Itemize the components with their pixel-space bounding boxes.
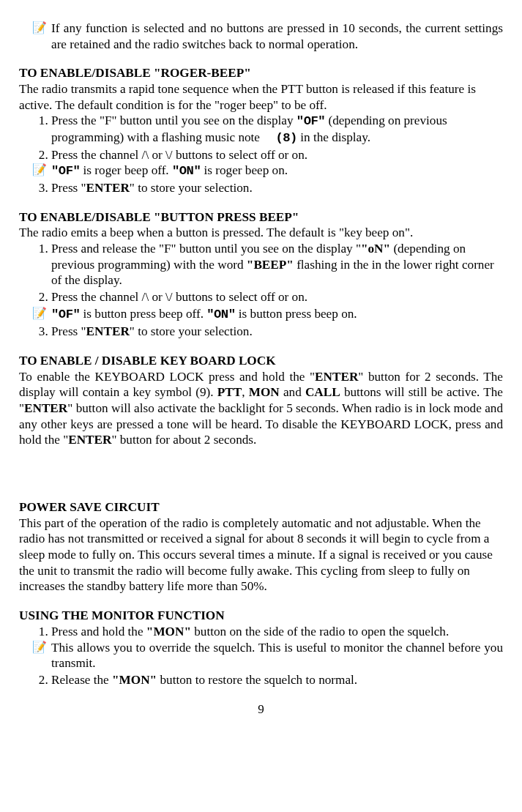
text: is roger beep off. <box>80 163 172 177</box>
page-number: 9 <box>19 701 503 717</box>
text: Press the channel /\ or \/ buttons to se… <box>51 290 307 304</box>
monitor-steps: Press and hold the "MON" button on the s… <box>19 624 503 688</box>
text: Press and hold the <box>51 625 146 638</box>
text: , <box>242 385 249 399</box>
beep-word: "BEEP" <box>247 258 294 272</box>
text: button on the side of the radio to open … <box>191 625 449 638</box>
roger-steps: Press the "F" button until you see on th… <box>19 113 503 195</box>
mon-button: "MON" <box>112 673 157 687</box>
monitor-note: 📝 This allows you to override the squelc… <box>32 640 503 671</box>
roger-intro: The radio transmits a rapid tone sequenc… <box>19 81 503 113</box>
text: " button for about 2 seconds. <box>111 433 256 447</box>
power-paragraph: This part of the operation of the radio … <box>19 515 503 595</box>
note-icon: 📝 <box>32 306 51 323</box>
enter-key: ENTER <box>86 324 130 338</box>
text: To enable the KEYBOARD LOCK press and ho… <box>19 370 315 384</box>
beep-steps: Press and release the "F" button until y… <box>19 241 503 305</box>
enter-key: ENTER <box>315 370 358 384</box>
heading-power-save: POWER SAVE CIRCUIT <box>19 499 503 515</box>
note-icon: 📝 <box>32 163 51 179</box>
enter-key: ENTER <box>68 433 111 447</box>
note-icon: 📝 <box>32 21 51 52</box>
text: Press the "F" button until you see on th… <box>51 113 297 127</box>
note-text: "OF" is button press beep off. "ON" is b… <box>51 306 503 323</box>
section-gap <box>19 448 503 499</box>
text: Press and release the "F" button until y… <box>51 242 361 256</box>
call-key: CALL <box>305 385 340 399</box>
text: and <box>280 385 305 399</box>
enter-key: ENTER <box>86 181 130 195</box>
display-on: "ON" <box>172 164 201 178</box>
timeout-note: 📝 If any function is selected and no but… <box>19 21 503 52</box>
beep-step-2: Press the channel /\ or \/ buttons to se… <box>51 289 503 305</box>
mon-button: "MON" <box>146 625 191 638</box>
beep-note: 📝 "OF" is button press beep off. "ON" is… <box>19 306 503 323</box>
roger-step-1: Press the "F" button until you see on th… <box>51 113 503 146</box>
beep-step-3: Press "ENTER" to store your selection. <box>51 324 503 340</box>
display-of: "OF" <box>51 308 80 321</box>
display-value: "OF" <box>297 114 325 128</box>
roger-step-3: Press "ENTER" to store your selection. <box>51 180 503 196</box>
text: Press the channel /\ or \/ buttons to se… <box>51 148 307 162</box>
text: Press " <box>51 324 86 338</box>
text: Release the <box>51 673 112 687</box>
display-on: "ON" <box>206 308 235 321</box>
note-text: If any function is selected and no butto… <box>51 21 503 52</box>
heading-button-beep: TO ENABLE/DISABLE "BUTTON PRESS BEEP" <box>19 209 503 226</box>
text: " to store your selection. <box>130 181 253 195</box>
heading-monitor: USING THE MONITOR FUNCTION <box>19 608 503 624</box>
section-gap <box>19 595 503 608</box>
beep-step-1: Press and release the "F" button until y… <box>51 241 503 288</box>
heading-roger-beep: TO ENABLE/DISABLE "ROGER-BEEP" <box>19 65 503 81</box>
note-icon: 📝 <box>32 640 51 671</box>
roger-step-2: Press the channel /\ or \/ buttons to se… <box>51 147 503 179</box>
note-text: "OF" is roger beep off. "ON" is roger be… <box>51 163 503 179</box>
mon-key: MON <box>249 385 280 399</box>
monitor-step-1: Press and hold the "MON" button on the s… <box>51 624 503 671</box>
ptt-key: PTT <box>217 385 242 399</box>
enter-key: ENTER <box>24 401 67 415</box>
beep-intro: The radio emits a beep when a button is … <box>19 225 503 241</box>
lock-paragraph: To enable the KEYBOARD LOCK press and ho… <box>19 369 503 448</box>
display-on: "oN" <box>361 242 390 256</box>
ref-eight: (8) <box>275 131 297 145</box>
text: button to restore the squelch to normal. <box>157 673 357 687</box>
text: is roger beep on. <box>201 163 288 177</box>
monitor-step-2: Release the "MON" button to restore the … <box>51 672 503 688</box>
text: is button press beep off. <box>80 307 206 321</box>
text: Press " <box>51 181 86 195</box>
text: is button press beep on. <box>236 307 357 321</box>
text: in the display. <box>297 130 370 144</box>
text: " to store your selection. <box>130 324 253 338</box>
heading-keyboard-lock: TO ENABLE / DISABLE KEY BOARD LOCK <box>19 353 503 369</box>
display-of: "OF" <box>51 164 80 178</box>
note-text: This allows you to override the squelch.… <box>51 640 503 671</box>
roger-note: 📝 "OF" is roger beep off. "ON" is roger … <box>32 163 503 179</box>
beep-steps-cont: Press "ENTER" to store your selection. <box>19 324 503 340</box>
